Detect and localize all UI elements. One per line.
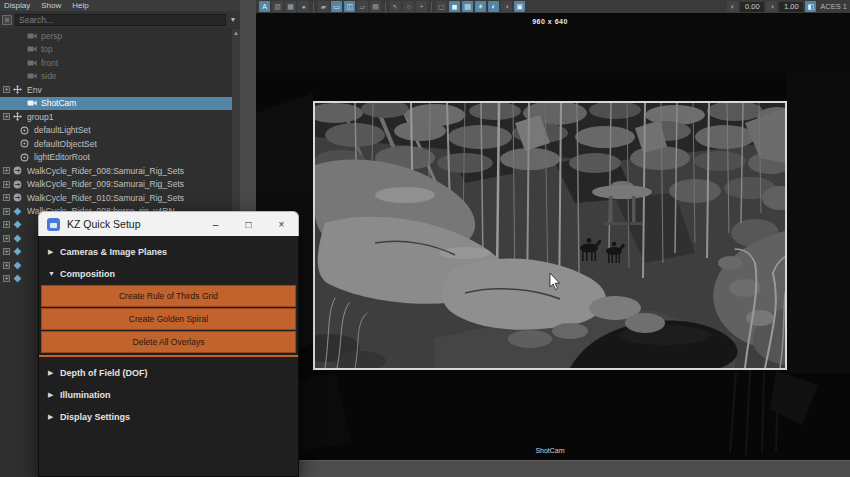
toolbar-separator <box>313 2 314 12</box>
charset-icon <box>13 166 24 175</box>
outliner-row-label: ShotCam <box>41 98 76 108</box>
section-composition[interactable]: ▼Composition <box>39 263 298 284</box>
camera-icon <box>27 45 38 54</box>
set-icon <box>20 126 31 135</box>
outliner-row-label: WalkCycle_Rider_008:Samurai_Rig_Sets <box>27 166 184 176</box>
outliner-row-walkcycle-rider-009-samurai-rig-sets[interactable]: +WalkCycle_Rider_009:Samurai_Rig_Sets <box>0 178 232 192</box>
expand-icon[interactable]: + <box>3 181 10 188</box>
expand-icon[interactable]: + <box>3 235 10 242</box>
camera-icon <box>27 99 38 108</box>
chevron-right-icon: ▶ <box>48 391 60 399</box>
expand-icon[interactable]: + <box>3 208 10 215</box>
outliner-row-walkcycle-rider-010-samurai-rig-sets[interactable]: +WalkCycle_Rider_010:Samurai_Rig_Sets <box>0 191 232 205</box>
window-controls: – □ × <box>199 219 298 230</box>
section-label: Depth of Field (DOF) <box>60 368 148 378</box>
outliner-row-group1[interactable]: +group1 <box>0 110 232 124</box>
outliner-row-side[interactable]: side <box>0 70 232 84</box>
camera-gate-frame <box>313 101 787 370</box>
outliner-row-top[interactable]: top <box>0 43 232 57</box>
outliner-menubar: Display Show Help <box>0 0 240 11</box>
section-cameras-image-planes[interactable]: ▶Cameras & Image Planes <box>39 241 298 262</box>
viewport-canvas[interactable]: 960 x 640 ShotCam <box>256 13 850 460</box>
set-icon <box>20 139 31 148</box>
textured-mode-icon[interactable]: ▨ <box>462 1 473 12</box>
kz-app-icon <box>47 218 60 231</box>
gamma-icon[interactable]: ◑ <box>766 1 777 12</box>
outliner-row-walkcycle-rider-008-samurai-rig-sets[interactable]: +WalkCycle_Rider_008:Samurai_Rig_Sets <box>0 164 232 178</box>
expand-icon[interactable]: + <box>3 113 10 120</box>
maximize-button[interactable]: □ <box>232 219 265 230</box>
outliner-row-persp[interactable]: persp <box>0 29 232 43</box>
expand-icon[interactable]: + <box>3 262 10 269</box>
expand-icon[interactable]: + <box>3 221 10 228</box>
diamond-icon <box>13 261 24 270</box>
composition-divider <box>39 355 298 357</box>
camera-name-label: ShotCam <box>313 447 787 454</box>
toolbar-separator <box>431 2 432 12</box>
resolution-gate-icon[interactable]: ◫ <box>344 1 355 12</box>
scroll-up-icon[interactable]: ▲ <box>232 29 240 37</box>
camera-icon <box>27 72 38 81</box>
camera-attributes-icon[interactable]: ▰ <box>318 1 329 12</box>
lights-icon[interactable]: ☀ <box>475 1 486 12</box>
outliner-row-label: lightEditorRoot <box>34 152 90 162</box>
expand-icon[interactable]: + <box>3 248 10 255</box>
paint-select-icon[interactable]: + <box>416 1 427 12</box>
chevron-right-icon: ▶ <box>48 369 60 377</box>
filter-icon[interactable] <box>2 15 12 25</box>
isolate-select-icon[interactable]: A <box>259 1 270 12</box>
create-rule-of-thirds-grid-button[interactable]: Create Rule of Thirds Grid <box>41 285 296 307</box>
delete-all-overlays-button[interactable]: Delete All Overlays <box>41 331 296 353</box>
section-display-settings[interactable]: ▶Display Settings <box>39 406 298 427</box>
default-material-icon[interactable]: ● <box>298 1 309 12</box>
shadows-icon[interactable]: ◐ <box>488 1 499 12</box>
exposure-field[interactable]: 0.00 <box>740 2 764 12</box>
minimize-button[interactable]: – <box>199 219 232 230</box>
outliner-row-front[interactable]: front <box>0 56 232 70</box>
wireframe-on-shaded-icon[interactable]: ▦ <box>285 1 296 12</box>
outliner-row-defaultlightset[interactable]: defaultLightSet <box>0 124 232 138</box>
scene-render <box>315 103 785 368</box>
create-golden-spiral-button[interactable]: Create Golden Spiral <box>41 308 296 330</box>
menu-display[interactable]: Display <box>4 1 30 10</box>
dialog-titlebar[interactable]: KZ Quick Setup – □ × <box>38 211 299 236</box>
outliner-row-env[interactable]: +Env <box>0 83 232 97</box>
outliner-row-shotcam[interactable]: ShotCam <box>0 97 232 111</box>
close-button[interactable]: × <box>265 219 298 230</box>
lasso-tool-icon[interactable]: ○ <box>403 1 414 12</box>
wireframe-mode-icon[interactable]: ◻ <box>436 1 447 12</box>
exposure-icon[interactable]: ◐ <box>727 1 738 12</box>
screen-space-ao-icon[interactable]: ◑ <box>501 1 512 12</box>
gate-mask-icon[interactable]: ▱ <box>357 1 368 12</box>
menu-help[interactable]: Help <box>72 1 88 10</box>
anti-aliasing-icon[interactable]: ▣ <box>514 1 525 12</box>
expand-icon[interactable]: + <box>3 194 10 201</box>
expand-icon[interactable]: + <box>3 275 10 282</box>
outliner-row-label: group1 <box>27 112 53 122</box>
section-depth-of-field-dof[interactable]: ▶Depth of Field (DOF) <box>39 362 298 383</box>
toolbar-separator <box>385 2 386 12</box>
menu-show[interactable]: Show <box>41 1 61 10</box>
select-tool-icon[interactable]: ↖ <box>390 1 401 12</box>
chevron-down-icon[interactable]: ▼ <box>226 16 240 23</box>
outliner-row-lighteditorroot[interactable]: lightEditorRoot <box>0 151 232 165</box>
diamond-icon <box>13 274 24 283</box>
camera-icon <box>27 58 38 67</box>
gamma-field[interactable]: 1.00 <box>779 2 803 12</box>
outliner-row-label: WalkCycle_Rider_010:Samurai_Rig_Sets <box>27 193 184 203</box>
resolution-gate-label: 960 x 640 <box>313 18 787 25</box>
section-label: Composition <box>60 269 115 279</box>
xray-icon[interactable]: ▥ <box>272 1 283 12</box>
color-management-icon[interactable]: ◧ <box>805 1 816 12</box>
diamond-icon <box>13 234 24 243</box>
expand-icon[interactable]: + <box>3 86 10 93</box>
shaded-mode-icon[interactable]: ◼ <box>449 1 460 12</box>
field-chart-icon[interactable]: ▤ <box>370 1 381 12</box>
outliner-row-defaultobjectset[interactable]: defaultObjectSet <box>0 137 232 151</box>
section-label: Display Settings <box>60 412 130 422</box>
expand-icon[interactable]: + <box>3 167 10 174</box>
search-input[interactable] <box>15 14 226 26</box>
camera-icon <box>27 31 38 40</box>
section-illumination[interactable]: ▶Illumination <box>39 384 298 405</box>
film-gate-icon[interactable]: ▭ <box>331 1 342 12</box>
